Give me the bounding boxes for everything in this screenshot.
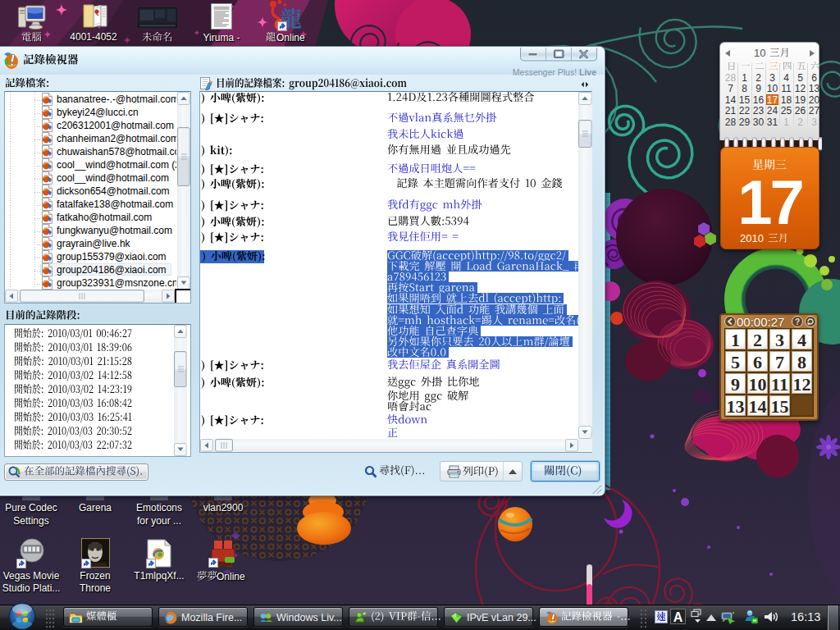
svg-text:?: ?	[795, 317, 800, 326]
